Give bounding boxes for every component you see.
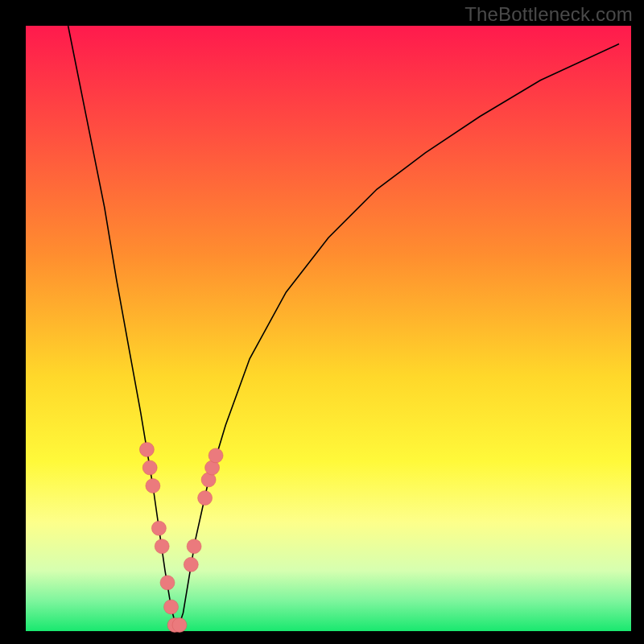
marker-point: [208, 448, 223, 463]
highlight-markers: [139, 442, 223, 632]
marker-point: [146, 479, 160, 493]
marker-point: [160, 576, 175, 590]
marker-point: [198, 491, 213, 506]
marker-point: [187, 539, 201, 554]
marker-point: [164, 600, 179, 614]
marker-point: [139, 442, 154, 456]
chart-svg: [0, 0, 644, 644]
marker-point: [184, 557, 198, 572]
bottleneck-curve: [68, 26, 619, 631]
marker-point: [151, 521, 166, 535]
outer-frame: TheBottleneck.com: [0, 0, 644, 644]
marker-point: [155, 539, 169, 554]
marker-point: [142, 460, 157, 475]
marker-point: [172, 618, 187, 633]
